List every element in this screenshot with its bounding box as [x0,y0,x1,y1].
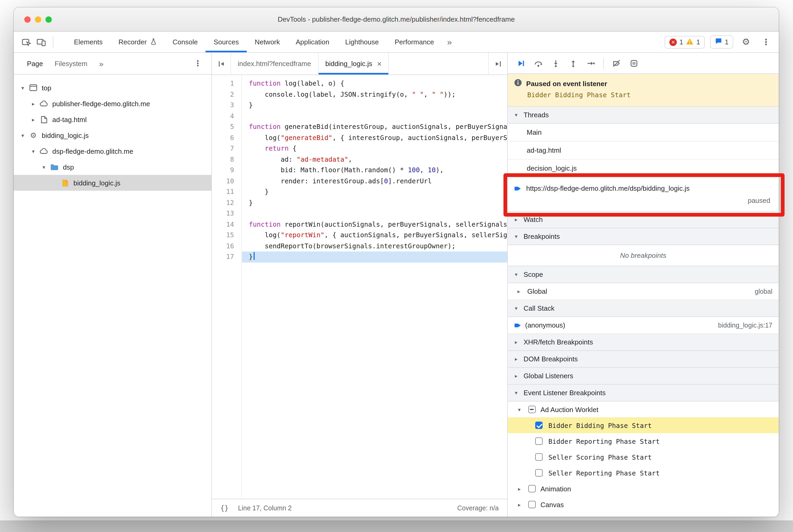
close-icon[interactable]: × [377,60,382,68]
checkbox-indeterminate[interactable] [528,406,536,413]
close-button[interactable] [24,16,31,23]
step-over-icon[interactable] [530,56,546,70]
code-token: function [249,220,281,228]
disclosure-open-icon[interactable]: ▾ [18,85,27,91]
disclosure-open-icon[interactable]: ▾ [18,132,27,138]
editor-pane: index.html?fencedframebidding_logic.js× … [212,53,508,517]
code-text: console.log(label, JSON.stringify(o, " "… [242,89,507,100]
more-navigator-tabs-button[interactable]: » [93,59,109,68]
device-toolbar-button[interactable] [34,35,49,50]
disclosure-open-icon[interactable]: ▾ [39,164,49,170]
elbp-group-animation[interactable]: ▸Animation [508,481,779,497]
window-titlebar[interactable]: DevTools - publisher-fledge-demo.glitch.… [14,7,779,32]
section-header-threads[interactable]: ▾ Threads [508,107,779,124]
paused-banner-detail: Bidder Bidding Phase Start [527,91,772,99]
thread-ad-tag-html[interactable]: ad-tag.html [508,141,779,159]
kebab-menu-icon[interactable]: ⋮ [759,35,773,50]
line-number: 5 [212,121,242,132]
tab-application[interactable]: Application [288,32,337,52]
editor-tab-bidding-logic-js[interactable]: bidding_logic.js× [319,53,389,75]
code-token: return [265,144,288,152]
disclosure-closed-icon: ▸ [514,288,524,294]
section-header-global-listeners[interactable]: ▸ Global Listeners [508,368,779,385]
disclosure-closed-icon[interactable]: ▸ [29,116,38,122]
code-editor[interactable]: 1function log(label, o) {2 console.log(l… [212,75,507,499]
disclosure-closed-icon[interactable]: ▸ [515,501,524,508]
tab-lighthouse[interactable]: Lighthouse [337,32,387,52]
section-header-event-listener-breakpoints[interactable]: ▾ Event Listener Breakpoints [508,385,779,401]
tree-item-ad-tag-html[interactable]: ▸ad-tag.html [14,112,211,127]
call-stack-frame[interactable]: (anonymous) bidding_logic.js:17 [508,317,779,334]
show-debugger-button[interactable] [488,53,507,75]
checkbox-unchecked[interactable] [528,501,536,508]
more-tabs-button[interactable]: » [442,37,457,47]
line-number: 11 [212,187,242,197]
message-icon [715,38,722,46]
tab-sources[interactable]: Sources [206,32,247,52]
error-icon: ✕ [669,38,677,46]
step-out-icon[interactable] [565,56,581,70]
settings-gear-icon[interactable]: ⚙ [739,35,753,50]
checkbox-unchecked[interactable] [535,469,543,477]
section-header-xhr-breakpoints[interactable]: ▸ XHR/fetch Breakpoints [508,334,779,351]
elbp-item-bidder-reporting-phase-start[interactable]: Bidder Reporting Phase Start [508,433,779,449]
tab-recorder[interactable]: Recorder [110,32,165,52]
tab-label: Recorder [118,38,147,46]
tree-item-top[interactable]: ▾top [14,80,211,96]
execution-marker-icon [514,322,522,328]
step-icon[interactable] [583,56,599,70]
checkbox-checked[interactable] [535,422,543,429]
coverage-status: Coverage: n/a [457,504,499,512]
code-line: 11 } [212,187,507,197]
tree-item-label: bidding_logic.js [73,179,120,187]
resume-icon[interactable] [513,56,529,70]
checkbox-unchecked[interactable] [528,485,536,492]
tab-elements[interactable]: Elements [66,32,110,52]
tab-performance[interactable]: Performance [387,32,442,52]
elbp-item-seller-reporting-phase-start[interactable]: Seller Reporting Phase Start [508,465,779,481]
section-header-call-stack[interactable]: ▾ Call Stack [508,300,779,317]
disclosure-closed-icon[interactable]: ▸ [515,486,524,492]
event-listener-breakpoints-list: ▾Ad Auction WorkletBidder Bidding Phase … [508,401,779,512]
tree-item-dsp-fledge-demo-glitch-me[interactable]: ▾dsp-fledge-demo.glitch.me [14,143,211,159]
inspect-element-button[interactable] [19,35,34,50]
elbp-group-canvas[interactable]: ▸Canvas [508,497,779,512]
messages-badge[interactable]: 1 [710,35,733,49]
deactivate-breakpoints-icon[interactable] [609,56,624,70]
pause-on-exceptions-icon[interactable] [626,56,642,70]
format-button[interactable]: {} [220,504,228,512]
gutter-divider [242,75,242,499]
checkbox-unchecked[interactable] [535,437,543,445]
tree-item-bidding-logic-js[interactable]: ▾⚙bidding_logic.js [14,127,211,143]
elbp-item-bidder-bidding-phase-start[interactable]: Bidder Bidding Phase Start [508,417,779,433]
tree-item-bidding-logic-js[interactable]: bidding_logic.js [14,175,211,191]
editor-tab-index-html-fencedframe[interactable]: index.html?fencedframe [231,53,319,75]
section-header-scope[interactable]: ▾ Scope [508,266,779,283]
checkbox-unchecked[interactable] [535,453,543,461]
section-title: Watch [524,215,543,224]
elbp-group-ad-auction-worklet[interactable]: ▾Ad Auction Worklet [508,401,779,417]
tab-filesystem[interactable]: Filesystem [49,59,93,68]
minimize-button[interactable] [35,16,41,23]
code-text: } [242,100,507,111]
tree-item-dsp[interactable]: ▾dsp [14,159,211,175]
tab-page[interactable]: Page [21,59,49,68]
disclosure-closed-icon[interactable]: ▸ [29,101,38,107]
navigator-kebab-menu-icon[interactable]: ⋮ [192,59,204,68]
line-number: 2 [212,89,242,100]
thread-main[interactable]: Main [508,124,779,141]
section-header-dom-breakpoints[interactable]: ▸ DOM Breakpoints [508,351,779,368]
disclosure-open-icon[interactable]: ▾ [29,148,38,154]
issues-badge[interactable]: ✕ 1 1 [665,36,705,48]
section-header-breakpoints[interactable]: ▾ Breakpoints [508,228,779,245]
scope-global-row[interactable]: ▸ Global global [508,283,779,300]
hide-navigator-button[interactable] [212,53,231,75]
zoom-button[interactable] [45,16,52,23]
code-token: console.log(label, JSON.stringify(o, [249,90,412,98]
disclosure-open-icon[interactable]: ▾ [515,406,524,412]
tab-console[interactable]: Console [165,32,206,52]
step-into-icon[interactable] [548,56,564,70]
elbp-item-seller-scoring-phase-start[interactable]: Seller Scoring Phase Start [508,449,779,465]
tab-network[interactable]: Network [247,32,288,52]
tree-item-publisher-fledge-demo-glitch-me[interactable]: ▸publisher-fledge-demo.glitch.me [14,96,211,112]
